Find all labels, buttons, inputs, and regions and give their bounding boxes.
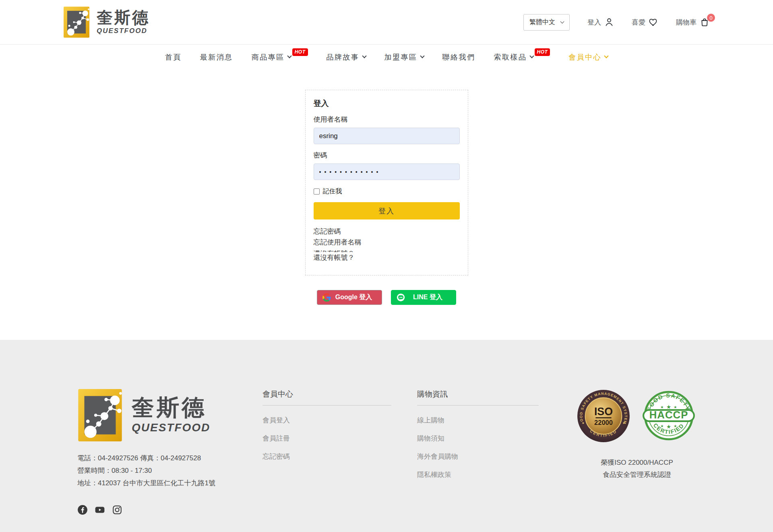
social-login-row: Google 登入 LINE LINE 登入: [0, 290, 773, 305]
cart-link[interactable]: 購物車 0: [676, 17, 709, 27]
nav-item-contact[interactable]: 聯絡我們: [442, 52, 475, 62]
login-submit-button[interactable]: 登入: [314, 202, 460, 219]
line-icon: LINE: [397, 293, 405, 302]
contact-hours-line: 營業時間：08:30 - 17:30: [77, 464, 237, 477]
no-account-link-clipped: 還沒有帳號？: [314, 248, 460, 252]
wishlist-link-label: 喜愛: [632, 18, 645, 27]
chevron-down-icon: [604, 54, 609, 58]
svg-text:★: ★: [660, 405, 663, 409]
footer-member-column: 會員中心 會員登入 會員註冊 忘記密碼: [262, 389, 391, 515]
remember-me-row[interactable]: 記住我: [314, 187, 460, 196]
cart-link-label: 購物車: [676, 18, 697, 27]
password-label: 密碼: [314, 151, 460, 160]
remember-me-label: 記住我: [323, 187, 342, 196]
no-account-link[interactable]: 還沒有帳號？: [314, 252, 460, 263]
username-input[interactable]: [314, 128, 460, 144]
brand-name-cn: 奎斯德: [97, 9, 150, 25]
line-login-label: LINE 登入: [405, 293, 451, 302]
brand-name-en: QUESTFOOD: [97, 27, 150, 35]
footer-brand-name-cn: 奎斯德: [132, 396, 210, 419]
footer-logo: 奎斯德 QUESTFOOD: [77, 389, 237, 441]
login-form-title: 登入: [314, 98, 460, 109]
footer-link-member-register[interactable]: 會員註冊: [262, 434, 391, 443]
header-logo[interactable]: 奎斯德 QUESTFOOD: [64, 6, 150, 38]
login-link[interactable]: 登入: [587, 17, 614, 27]
heart-icon: [649, 17, 658, 27]
language-select[interactable]: 繁體中文: [523, 14, 570, 31]
footer-social-icons: [77, 505, 237, 515]
remember-me-checkbox[interactable]: [314, 188, 320, 195]
nav-item-member-center[interactable]: 會員中心: [568, 52, 608, 62]
chevron-down-icon: [529, 54, 534, 58]
nav-item-home[interactable]: 首頁: [165, 52, 182, 62]
footer-company-column: 奎斯德 QUESTFOOD 電話：04-24927526 傳真：04-24927…: [64, 389, 237, 515]
footer-link-online-shopping[interactable]: 線上購物: [417, 416, 539, 425]
brand-logo-icon: [64, 6, 89, 38]
user-icon: [604, 17, 614, 27]
footer-contact: 電話：04-24927526 傳真：04-24927528 營業時間：08:30…: [77, 452, 237, 489]
footer-link-forgot-password[interactable]: 忘記密碼: [262, 452, 391, 461]
footer-link-member-login[interactable]: 會員登入: [262, 416, 391, 425]
forgot-password-link[interactable]: 忘記密碼: [314, 226, 460, 237]
footer-brand-name-en: QUESTFOOD: [132, 421, 210, 434]
username-label: 使用者名稱: [314, 115, 460, 124]
footer-certifications: FOOD SAFETY MANAGEMENT SYSTEM CERTIFIED …: [564, 389, 709, 515]
header: 奎斯德 QUESTFOOD 繁體中文 登入 喜愛 購物車: [0, 0, 773, 44]
facebook-icon[interactable]: [77, 505, 88, 515]
chevron-down-icon: [420, 54, 424, 58]
footer-link-overseas-shopping[interactable]: 海外會員購物: [417, 452, 539, 461]
header-utilities: 繁體中文 登入 喜愛 購物車 0: [523, 14, 709, 31]
nav-item-products[interactable]: 商品專區 HOT: [252, 52, 308, 62]
instagram-icon[interactable]: [112, 505, 122, 515]
nav-item-samples[interactable]: 索取樣品 HOT: [494, 52, 550, 62]
footer-link-privacy-policy[interactable]: 隱私權政策: [417, 470, 539, 479]
svg-text:ISO: ISO: [594, 406, 613, 418]
login-form: 登入 使用者名稱 密碼 記住我 登入 忘記密碼 忘記使用者名稱 還沒有帳號？ 還…: [305, 90, 468, 275]
footer-shopping-title: 購物資訊: [417, 389, 539, 406]
footer-member-title: 會員中心: [262, 389, 391, 406]
svg-text:★: ★: [674, 405, 677, 409]
chevron-down-icon: [287, 54, 291, 58]
forgot-username-link[interactable]: 忘記使用者名稱: [314, 237, 460, 248]
nav-item-brand-story[interactable]: 品牌故事: [327, 52, 366, 62]
language-select-value: 繁體中文: [529, 18, 555, 27]
wishlist-link[interactable]: 喜愛: [632, 17, 658, 27]
footer-shopping-column: 購物資訊 線上購物 購物須知 海外會員購物 隱私權政策: [417, 389, 539, 515]
main-content: 登入 使用者名稱 密碼 記住我 登入 忘記密碼 忘記使用者名稱 還沒有帳號？ 還…: [0, 90, 773, 340]
contact-phone-line: 電話：04-24927526 傳真：04-24927528: [77, 452, 237, 464]
main-nav: 首頁 最新消息 商品專區 HOT 品牌故事 加盟專區 聯絡我們 索取樣品 HOT…: [0, 44, 773, 69]
cart-count-badge: 0: [707, 14, 715, 22]
footer-link-shopping-guide[interactable]: 購物須知: [417, 434, 539, 443]
haccp-badge: FOOD SAFETY ★ ★ ★ HACCP ★ ★ ★ CERTIFIED: [640, 389, 697, 443]
hot-badge: HOT: [535, 48, 550, 56]
svg-text:HACCP: HACCP: [649, 409, 688, 420]
google-icon: [322, 293, 331, 302]
google-login-button[interactable]: Google 登入: [317, 290, 382, 305]
nav-item-news[interactable]: 最新消息: [200, 52, 233, 62]
chevron-down-icon: [362, 54, 366, 58]
contact-address-line: 地址：412037 台中市大里區仁化工十九路1號: [77, 477, 237, 489]
svg-text:LINE: LINE: [399, 297, 403, 298]
iso-22000-badge: FOOD SAFETY MANAGEMENT SYSTEM CERTIFIED …: [577, 389, 630, 443]
nav-item-franchise[interactable]: 加盟專區: [384, 52, 424, 62]
chevron-down-icon: [560, 19, 564, 23]
youtube-icon[interactable]: [95, 505, 105, 515]
svg-text:22000: 22000: [594, 419, 613, 426]
brand-logo-icon: [77, 389, 123, 441]
password-input[interactable]: [314, 164, 460, 180]
footer: 奎斯德 QUESTFOOD 電話：04-24927526 傳真：04-24927…: [0, 340, 773, 532]
hot-badge: HOT: [292, 48, 308, 56]
google-login-label: Google 登入: [331, 293, 376, 302]
certification-caption: 榮獲ISO 22000/HACCP 食品安全管理系統認證: [564, 457, 709, 481]
login-link-label: 登入: [587, 18, 601, 27]
line-login-button[interactable]: LINE LINE 登入: [391, 290, 456, 305]
